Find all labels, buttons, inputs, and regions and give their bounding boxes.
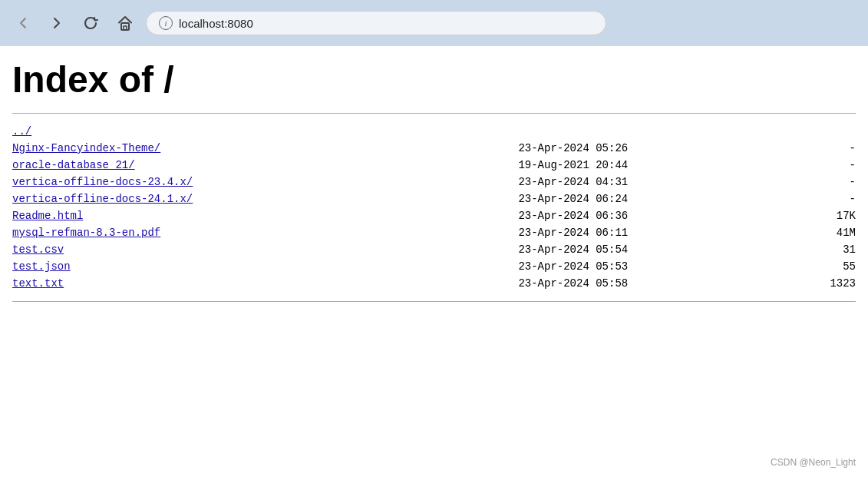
file-size: 17K: [759, 207, 856, 224]
table-row: Readme.html23-Apr-2024 06:3617K: [12, 207, 856, 224]
file-date: [518, 123, 759, 140]
file-date: 23-Apr-2024 05:58: [518, 275, 759, 292]
file-size: 55: [759, 258, 856, 275]
file-link[interactable]: mysql-refman-8.3-en.pdf: [12, 227, 160, 239]
table-row: ../: [12, 123, 856, 140]
back-button[interactable]: [12, 12, 34, 34]
file-date: 23-Apr-2024 06:11: [518, 224, 759, 241]
page-title: Index of /: [12, 58, 856, 101]
file-link[interactable]: Nginx-Fancyindex-Theme/: [12, 142, 160, 154]
file-link[interactable]: vertica-offline-docs-24.1.x/: [12, 193, 193, 205]
file-size: 31: [759, 241, 856, 258]
table-row: test.csv23-Apr-2024 05:5431: [12, 241, 856, 258]
file-size: 41M: [759, 224, 856, 241]
file-listing-table: ../Nginx-Fancyindex-Theme/23-Apr-2024 05…: [12, 123, 856, 292]
file-date: 23-Apr-2024 06:24: [518, 190, 759, 207]
file-date: 23-Apr-2024 05:26: [518, 140, 759, 157]
file-size: [759, 123, 856, 140]
file-link[interactable]: Readme.html: [12, 210, 83, 222]
table-row: oracle-database_21/19-Aug-2021 20:44-: [12, 157, 856, 174]
file-link[interactable]: test.csv: [12, 243, 64, 256]
url-text: localhost:8080: [179, 17, 253, 30]
info-icon: i: [159, 16, 173, 30]
file-size: -: [759, 140, 856, 157]
file-size: -: [759, 157, 856, 174]
svg-rect-1: [124, 26, 127, 30]
table-row: test.json23-Apr-2024 05:5355: [12, 258, 856, 275]
file-link[interactable]: ../: [12, 125, 31, 137]
file-date: 23-Apr-2024 04:31: [518, 174, 759, 190]
table-row: text.txt23-Apr-2024 05:581323: [12, 275, 856, 292]
file-size: -: [759, 190, 856, 207]
file-date: 23-Apr-2024 06:36: [518, 207, 759, 224]
watermark: CSDN @Neon_Light: [771, 457, 856, 468]
table-row: Nginx-Fancyindex-Theme/23-Apr-2024 05:26…: [12, 140, 856, 157]
home-button[interactable]: [114, 12, 137, 34]
bottom-divider: [12, 301, 856, 302]
file-link[interactable]: oracle-database_21/: [12, 159, 135, 171]
forward-button[interactable]: [46, 12, 68, 34]
file-date: 19-Aug-2021 20:44: [518, 157, 759, 174]
file-date: 23-Apr-2024 05:53: [518, 258, 759, 275]
file-link[interactable]: text.txt: [12, 277, 64, 290]
file-size: 1323: [759, 275, 856, 292]
address-bar[interactable]: i localhost:8080: [146, 11, 606, 35]
file-date: 23-Apr-2024 05:54: [518, 241, 759, 258]
table-row: vertica-offline-docs-24.1.x/23-Apr-2024 …: [12, 190, 856, 207]
table-row: mysql-refman-8.3-en.pdf23-Apr-2024 06:11…: [12, 224, 856, 241]
page-content: Index of / ../Nginx-Fancyindex-Theme/23-…: [0, 46, 868, 477]
refresh-button[interactable]: [80, 12, 101, 34]
nav-buttons: [12, 12, 137, 34]
file-link[interactable]: vertica-offline-docs-23.4.x/: [12, 176, 193, 188]
table-row: vertica-offline-docs-23.4.x/23-Apr-2024 …: [12, 174, 856, 190]
file-size: -: [759, 174, 856, 190]
file-link[interactable]: test.json: [12, 260, 71, 273]
top-divider: [12, 113, 856, 114]
browser-chrome: i localhost:8080: [0, 0, 868, 46]
